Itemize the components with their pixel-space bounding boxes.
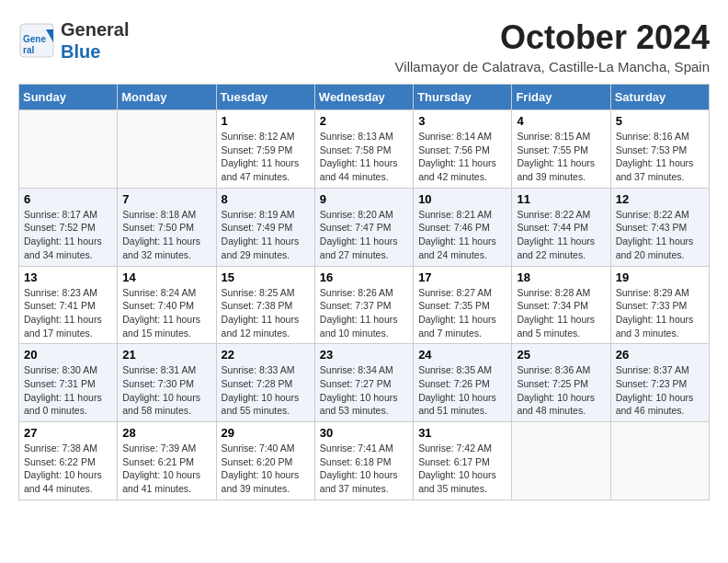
day-info: Sunrise: 8:34 AM Sunset: 7:27 PM Dayligh… <box>320 363 408 418</box>
calendar-cell: 5Sunrise: 8:16 AM Sunset: 7:53 PM Daylig… <box>610 110 709 189</box>
day-number: 28 <box>122 426 210 440</box>
day-number: 11 <box>517 192 605 206</box>
day-info: Sunrise: 7:41 AM Sunset: 6:18 PM Dayligh… <box>320 442 408 496</box>
day-info: Sunrise: 8:29 AM Sunset: 7:33 PM Dayligh… <box>616 286 704 340</box>
weekday-header-friday: Friday <box>512 85 610 110</box>
day-info: Sunrise: 8:36 AM Sunset: 7:25 PM Dayligh… <box>517 363 605 418</box>
calendar-cell: 31Sunrise: 7:42 AM Sunset: 6:17 PM Dayli… <box>414 422 512 500</box>
calendar-cell: 29Sunrise: 7:40 AM Sunset: 6:20 PM Dayli… <box>216 422 314 500</box>
day-number: 2 <box>320 114 408 128</box>
day-info: Sunrise: 8:37 AM Sunset: 7:23 PM Dayligh… <box>616 363 704 418</box>
calendar-cell: 16Sunrise: 8:26 AM Sunset: 7:37 PM Dayli… <box>314 266 413 344</box>
day-number: 3 <box>418 114 506 128</box>
calendar-cell: 20Sunrise: 8:30 AM Sunset: 7:31 PM Dayli… <box>19 344 118 422</box>
weekday-header-wednesday: Wednesday <box>314 85 413 110</box>
calendar-cell: 1Sunrise: 8:12 AM Sunset: 7:59 PM Daylig… <box>216 110 314 189</box>
calendar-cell: 18Sunrise: 8:28 AM Sunset: 7:34 PM Dayli… <box>512 266 610 344</box>
day-info: Sunrise: 8:35 AM Sunset: 7:26 PM Dayligh… <box>418 363 506 418</box>
day-info: Sunrise: 8:14 AM Sunset: 7:56 PM Dayligh… <box>418 130 506 184</box>
day-number: 1 <box>222 114 310 128</box>
calendar-cell: 26Sunrise: 8:37 AM Sunset: 7:23 PM Dayli… <box>610 344 709 422</box>
calendar-cell: 13Sunrise: 8:23 AM Sunset: 7:41 PM Dayli… <box>19 266 118 344</box>
logo-general: General <box>61 18 129 40</box>
calendar-cell <box>19 110 118 189</box>
day-number: 21 <box>122 348 210 362</box>
calendar-table: SundayMondayTuesdayWednesdayThursdayFrid… <box>18 84 710 500</box>
day-number: 9 <box>320 192 408 206</box>
day-number: 6 <box>24 192 112 206</box>
weekday-header-thursday: Thursday <box>414 85 512 110</box>
day-info: Sunrise: 8:20 AM Sunset: 7:47 PM Dayligh… <box>320 208 408 262</box>
calendar-cell: 19Sunrise: 8:29 AM Sunset: 7:33 PM Dayli… <box>610 266 709 344</box>
weekday-header-tuesday: Tuesday <box>216 85 314 110</box>
calendar-cell: 23Sunrise: 8:34 AM Sunset: 7:27 PM Dayli… <box>314 344 413 422</box>
calendar-cell: 3Sunrise: 8:14 AM Sunset: 7:56 PM Daylig… <box>414 110 512 189</box>
svg-text:ral: ral <box>23 45 34 55</box>
day-info: Sunrise: 8:12 AM Sunset: 7:59 PM Dayligh… <box>222 130 310 184</box>
location-subtitle: Villamayor de Calatrava, Castille-La Man… <box>395 59 710 75</box>
calendar-cell: 2Sunrise: 8:13 AM Sunset: 7:58 PM Daylig… <box>314 110 413 189</box>
calendar-cell <box>610 422 709 500</box>
day-number: 26 <box>616 348 704 362</box>
day-info: Sunrise: 7:42 AM Sunset: 6:17 PM Dayligh… <box>418 442 506 496</box>
weekday-header-sunday: Sunday <box>19 85 118 110</box>
day-info: Sunrise: 8:23 AM Sunset: 7:41 PM Dayligh… <box>24 286 112 340</box>
day-info: Sunrise: 7:40 AM Sunset: 6:20 PM Dayligh… <box>222 442 310 496</box>
day-number: 8 <box>222 192 310 206</box>
weekday-header-saturday: Saturday <box>610 85 709 110</box>
calendar-cell: 12Sunrise: 8:22 AM Sunset: 7:43 PM Dayli… <box>610 188 709 266</box>
calendar-cell: 6Sunrise: 8:17 AM Sunset: 7:52 PM Daylig… <box>19 188 118 266</box>
calendar-cell: 8Sunrise: 8:19 AM Sunset: 7:49 PM Daylig… <box>216 188 314 266</box>
day-number: 22 <box>222 348 310 362</box>
calendar-cell: 9Sunrise: 8:20 AM Sunset: 7:47 PM Daylig… <box>314 188 413 266</box>
day-number: 16 <box>320 270 408 284</box>
day-number: 18 <box>517 270 605 284</box>
calendar-cell: 22Sunrise: 8:33 AM Sunset: 7:28 PM Dayli… <box>216 344 314 422</box>
day-info: Sunrise: 8:18 AM Sunset: 7:50 PM Dayligh… <box>122 208 210 262</box>
day-info: Sunrise: 8:22 AM Sunset: 7:43 PM Dayligh… <box>616 208 704 262</box>
day-info: Sunrise: 8:17 AM Sunset: 7:52 PM Dayligh… <box>24 208 112 262</box>
day-info: Sunrise: 8:21 AM Sunset: 7:46 PM Dayligh… <box>418 208 506 262</box>
day-info: Sunrise: 8:25 AM Sunset: 7:38 PM Dayligh… <box>222 286 310 340</box>
logo: Gene ral General Blue <box>18 18 129 63</box>
day-number: 25 <box>517 348 605 362</box>
day-number: 19 <box>616 270 704 284</box>
calendar-cell <box>512 422 610 500</box>
svg-text:Gene: Gene <box>23 34 46 44</box>
day-info: Sunrise: 8:28 AM Sunset: 7:34 PM Dayligh… <box>517 286 605 340</box>
day-number: 20 <box>24 348 112 362</box>
day-number: 29 <box>222 426 310 440</box>
calendar-cell: 24Sunrise: 8:35 AM Sunset: 7:26 PM Dayli… <box>414 344 512 422</box>
day-info: Sunrise: 7:38 AM Sunset: 6:22 PM Dayligh… <box>24 442 112 496</box>
calendar-cell: 21Sunrise: 8:31 AM Sunset: 7:30 PM Dayli… <box>118 344 216 422</box>
day-number: 31 <box>418 426 506 440</box>
day-number: 10 <box>418 192 506 206</box>
calendar-cell: 11Sunrise: 8:22 AM Sunset: 7:44 PM Dayli… <box>512 188 610 266</box>
calendar-cell: 30Sunrise: 7:41 AM Sunset: 6:18 PM Dayli… <box>314 422 413 500</box>
day-info: Sunrise: 8:15 AM Sunset: 7:55 PM Dayligh… <box>517 130 605 184</box>
calendar-cell: 10Sunrise: 8:21 AM Sunset: 7:46 PM Dayli… <box>414 188 512 266</box>
day-number: 27 <box>24 426 112 440</box>
day-number: 4 <box>517 114 605 128</box>
day-info: Sunrise: 8:19 AM Sunset: 7:49 PM Dayligh… <box>222 208 310 262</box>
calendar-cell: 17Sunrise: 8:27 AM Sunset: 7:35 PM Dayli… <box>414 266 512 344</box>
calendar-cell: 27Sunrise: 7:38 AM Sunset: 6:22 PM Dayli… <box>19 422 118 500</box>
day-info: Sunrise: 8:26 AM Sunset: 7:37 PM Dayligh… <box>320 286 408 340</box>
day-number: 30 <box>320 426 408 440</box>
day-number: 13 <box>24 270 112 284</box>
calendar-cell: 25Sunrise: 8:36 AM Sunset: 7:25 PM Dayli… <box>512 344 610 422</box>
calendar-cell <box>118 110 216 189</box>
month-title: October 2024 <box>395 18 710 57</box>
day-number: 14 <box>122 270 210 284</box>
calendar-cell: 4Sunrise: 8:15 AM Sunset: 7:55 PM Daylig… <box>512 110 610 189</box>
calendar-cell: 15Sunrise: 8:25 AM Sunset: 7:38 PM Dayli… <box>216 266 314 344</box>
day-info: Sunrise: 8:27 AM Sunset: 7:35 PM Dayligh… <box>418 286 506 340</box>
day-info: Sunrise: 8:16 AM Sunset: 7:53 PM Dayligh… <box>616 130 704 184</box>
day-info: Sunrise: 7:39 AM Sunset: 6:21 PM Dayligh… <box>122 442 210 496</box>
day-info: Sunrise: 8:24 AM Sunset: 7:40 PM Dayligh… <box>122 286 210 340</box>
day-number: 7 <box>122 192 210 206</box>
weekday-header-monday: Monday <box>118 85 216 110</box>
day-number: 5 <box>616 114 704 128</box>
logo-blue: Blue <box>61 40 129 63</box>
page-header: Gene ral General Blue October 2024 Villa… <box>18 18 710 75</box>
